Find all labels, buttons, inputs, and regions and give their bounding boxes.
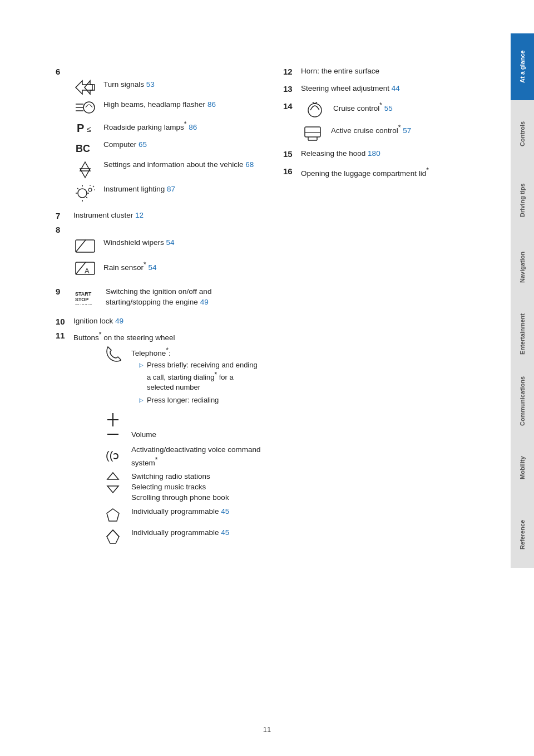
settings-info-icon	[71, 160, 99, 180]
active-cruise-ref[interactable]: 57	[403, 126, 411, 135]
section-8-num: 8	[56, 225, 69, 234]
svg-marker-36	[107, 509, 119, 521]
press-longer-item: ▷ Press longer: redialing	[139, 395, 261, 405]
computer-icon: BC	[71, 140, 99, 155]
individually-prog2-ref[interactable]: 45	[221, 528, 229, 537]
turn-signals-text: Turn signals 53	[103, 80, 261, 90]
page-number: 11	[263, 725, 271, 734]
individually-prog1-row: Individually programmable 45	[99, 507, 261, 524]
roadside-parking-ref[interactable]: 86	[189, 123, 197, 131]
svg-text:≤: ≤	[87, 125, 91, 134]
section-10: 10 Ignition lock 49	[56, 317, 261, 326]
high-beams-ref[interactable]: 86	[207, 100, 216, 109]
svg-text:P: P	[77, 122, 84, 134]
individually-prog2-text: Individually programmable 45	[131, 528, 261, 538]
instrument-cluster-ref[interactable]: 12	[135, 211, 144, 219]
section-13-num: 13	[283, 84, 299, 94]
ignition-text: Switching the ignition on/off and starti…	[106, 287, 261, 308]
volume-icon	[99, 411, 127, 429]
high-beams-text: High beams, headlamp flasher 86	[103, 100, 261, 110]
instrument-cluster-text: Instrument cluster 12	[73, 211, 144, 219]
sidebar-tab-at-a-glance[interactable]: At a glance	[511, 33, 534, 100]
sidebar-tab-controls[interactable]: Controls	[511, 100, 534, 167]
section-7-num: 7	[56, 211, 71, 220]
sidebar-tab-mobility[interactable]: Mobility	[511, 434, 534, 501]
press-brief-item: ▷ Press briefly: receiving and ending a …	[139, 360, 261, 393]
individually-prog1-ref[interactable]: 45	[221, 507, 229, 516]
windshield-wipers-ref[interactable]: 54	[166, 238, 175, 247]
svg-text:STOP: STOP	[75, 297, 88, 302]
sidebar-tab-driving-tips[interactable]: Driving tips	[511, 167, 534, 234]
radio-text: Switching radio stations Selecting music…	[131, 472, 261, 503]
cruise-icon	[301, 101, 329, 119]
active-cruise-icon	[299, 124, 327, 141]
rain-sensor-text: Rain sensor* 54	[103, 260, 261, 273]
sidebar-tab-communications[interactable]: Communications	[511, 367, 534, 434]
buttons-header: 11 Buttons* on the steering wheel	[56, 331, 261, 342]
section-16: 16 Opening the luggage compartment lid*	[283, 166, 488, 178]
steering-adj-row: 13 Steering wheel adjustment 44	[283, 84, 488, 94]
svg-text:ENGINE: ENGINE	[75, 303, 92, 305]
settings-info-row: Settings and information about the vehic…	[56, 160, 261, 180]
sidebar-tab-navigation[interactable]: Navigation	[511, 234, 534, 301]
active-cruise-row: Active cruise control* 57	[283, 124, 488, 141]
computer-row: BC Computer 65	[56, 140, 261, 155]
turn-signals-icon	[71, 80, 99, 95]
windshield-wipers-icon	[71, 238, 99, 256]
section-11: 11 Buttons* on the steering wheel	[56, 331, 261, 546]
section-6: 6 Turn signals 53	[56, 67, 261, 202]
releasing-hood-ref[interactable]: 180	[368, 149, 380, 158]
instrument-lighting-row: Instrument lighting 87	[56, 184, 261, 202]
high-beams-icon	[71, 100, 99, 115]
buttons-label: Buttons* on the steering wheel	[73, 331, 175, 342]
svg-marker-35	[107, 486, 118, 493]
press-brief-text: Press briefly: receiving and ending a ca…	[147, 360, 261, 393]
section-14: 14 Cruise control* 55	[283, 101, 488, 141]
luggage-text: Opening the luggage compartment lid*	[301, 166, 429, 178]
rain-sensor-ref[interactable]: 54	[148, 263, 156, 272]
svg-text:((ↄ: ((ↄ	[106, 449, 119, 462]
individually-prog1-text: Individually programmable 45	[131, 507, 261, 517]
svg-line-39	[113, 530, 119, 537]
roadside-parking-text: Roadside parking lamps* 86	[103, 120, 261, 132]
individually-prog2-icon	[99, 528, 127, 546]
section-9: 9 START STOP ENGINE Switching the igniti…	[56, 287, 261, 308]
svg-line-20	[93, 186, 94, 187]
roadside-parking-icon: P ≤	[71, 120, 99, 135]
individually-prog1-icon	[99, 507, 127, 524]
svg-line-16	[77, 188, 78, 189]
steering-adj-text: Steering wheel adjustment 44	[301, 84, 400, 92]
ignition-lock-text: Ignition lock 49	[73, 317, 123, 325]
section-8: 8 Windshield wipers 54	[56, 225, 261, 278]
steering-adj-ref[interactable]: 44	[392, 84, 400, 92]
sidebar-tab-reference[interactable]: Reference	[511, 501, 534, 568]
ignition-lock-ref[interactable]: 49	[115, 317, 123, 325]
cruise-ref[interactable]: 55	[384, 104, 393, 112]
bullet-arrow-2: ▷	[139, 396, 144, 404]
active-cruise-text: Active cruise control* 57	[331, 124, 411, 135]
telephone-text: Telephone*: ▷ Press briefly: receiving a…	[131, 346, 261, 407]
svg-marker-37	[107, 530, 119, 543]
horn-row: 12 Horn: the entire surface	[283, 67, 488, 76]
roadside-parking-row: P ≤ Roadside parking lamps* 86	[56, 120, 261, 135]
section-12: 12 Horn: the entire surface	[283, 67, 488, 76]
settings-info-text: Settings and information about the vehic…	[103, 160, 261, 170]
ignition-ref[interactable]: 49	[200, 298, 209, 306]
settings-info-ref[interactable]: 68	[245, 160, 254, 169]
svg-marker-9	[80, 162, 90, 171]
section-15: 15 Releasing the hood 180	[283, 149, 488, 159]
ignition-row: 9 START STOP ENGINE Switching the igniti…	[56, 287, 261, 308]
individually-prog2-row: Individually programmable 45	[99, 528, 261, 546]
section-9-num: 9	[56, 287, 69, 296]
ignition-icon: START STOP ENGINE	[73, 287, 101, 305]
section-15-num: 15	[283, 149, 299, 159]
section-13: 13 Steering wheel adjustment 44	[283, 84, 488, 94]
turn-signals-ref[interactable]: 53	[146, 80, 155, 89]
svg-marker-34	[107, 473, 118, 479]
sidebar-tab-entertainment[interactable]: Entertainment	[511, 301, 534, 367]
press-longer-text: Press longer: redialing	[147, 395, 219, 405]
instrument-lighting-ref[interactable]: 87	[167, 185, 175, 193]
windshield-wipers-text: Windshield wipers 54	[103, 238, 261, 248]
svg-marker-1	[85, 81, 92, 94]
computer-ref[interactable]: 65	[139, 140, 147, 149]
